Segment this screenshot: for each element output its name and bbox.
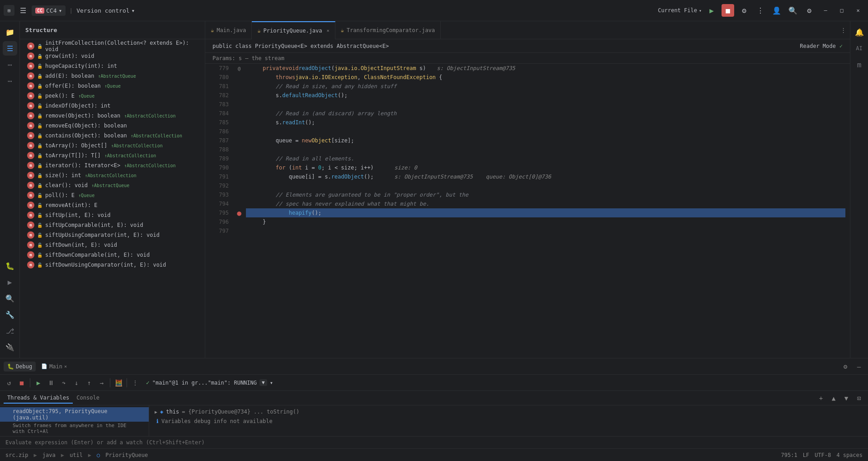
debug-panel-minimize[interactable]: — xyxy=(854,361,864,372)
structure-item[interactable]: m🔓peek(): E↑Queue xyxy=(20,91,205,101)
right-icon-ai[interactable]: AI xyxy=(852,41,867,56)
project-selector[interactable]: CC CC4 ▾ xyxy=(32,5,66,16)
status-encoding[interactable]: UTF-8 xyxy=(815,452,831,458)
debug-pause-btn[interactable]: ⏸ xyxy=(46,377,57,388)
sidebar-icon-debug[interactable]: 🐛 xyxy=(3,259,17,273)
debug-step-out-btn[interactable]: ↑ xyxy=(84,377,94,388)
structure-item[interactable]: m🔓poll(): E↑Queue xyxy=(20,190,205,200)
structure-item[interactable]: m🔓removeEq(Object): boolean xyxy=(20,121,205,131)
debug-expand-btn[interactable]: ⊡ xyxy=(854,393,864,404)
structure-item[interactable]: m🔒size(): int↑AbstractCollection xyxy=(20,170,205,180)
debug-restart-btn[interactable]: ↺ xyxy=(4,377,14,388)
editor-scrollbar[interactable] xyxy=(845,64,850,358)
debug-info-bar: ℹ Variables debug info not available xyxy=(149,416,868,426)
structure-item[interactable]: m🔓siftUpUsingComparator(int, E): void xyxy=(20,230,205,240)
debug-resume-btn[interactable]: ▶ xyxy=(33,377,44,388)
debug-scroll-up[interactable]: ▲ xyxy=(828,393,839,404)
structure-item[interactable]: m🔒toArray(T[]): T[]↑AbstractCollection xyxy=(20,151,205,160)
structure-item[interactable]: m🔒remove(Object): boolean↑AbstractCollec… xyxy=(20,111,205,121)
debug-step-over-btn[interactable]: ↷ xyxy=(58,377,69,388)
structure-item[interactable]: m🔓siftDown(int, E): void xyxy=(20,240,205,250)
structure-item-label: initFromCollection(Collection<? extends … xyxy=(45,40,201,52)
structure-item[interactable]: m🔓siftUp(int, E): void xyxy=(20,210,205,220)
debug-tab[interactable]: 🐛 Debug xyxy=(4,362,36,372)
status-src[interactable]: src.zip xyxy=(5,452,28,458)
structure-item[interactable]: m🔓siftDownComparable(int, E): void xyxy=(20,250,205,260)
threads-variables-tab[interactable]: Threads & Variables xyxy=(4,393,73,404)
var-expand-icon: ▶ xyxy=(155,409,157,414)
sidebar-icon-run[interactable]: ▶ xyxy=(3,275,17,289)
structure-item[interactable]: m🔒contains(Object): boolean↑AbstractColl… xyxy=(20,131,205,141)
stop-button[interactable]: ■ xyxy=(722,4,734,17)
debug-stop-btn[interactable]: ■ xyxy=(16,377,27,388)
structure-item[interactable]: m🔒add(E): boolean↑AbstractQueue xyxy=(20,71,205,81)
tab-java-icon: ☕ xyxy=(341,27,344,33)
code-content[interactable]: private void readObject(java.io.ObjectIn… xyxy=(246,64,845,358)
search-button[interactable]: 🔍 xyxy=(787,4,799,17)
eval-input[interactable] xyxy=(5,439,863,446)
console-tab[interactable]: Console xyxy=(73,393,103,404)
minimize-button[interactable]: — xyxy=(819,4,832,17)
hamburger-menu[interactable]: ☰ xyxy=(18,5,28,17)
sidebar-icon-plugins[interactable]: 🔌 xyxy=(3,340,17,354)
structure-item[interactable]: m🔓removeAt(int): E xyxy=(20,200,205,210)
structure-item[interactable]: m🔒offer(E): boolean↑Queue xyxy=(20,81,205,91)
gutter-item xyxy=(232,109,246,118)
structure-item-lock: 🔒 xyxy=(37,143,42,148)
debug-evaluate-btn[interactable]: 🧮 xyxy=(113,377,124,388)
profile-button[interactable]: 👤 xyxy=(770,4,783,17)
close-button[interactable]: ✕ xyxy=(852,4,864,17)
gutter-item xyxy=(232,127,246,136)
debug-main-tab[interactable]: 📄 Main ✕ xyxy=(38,362,71,372)
ide-settings-button[interactable]: ⚙ xyxy=(803,4,816,17)
structure-item[interactable]: m🔓siftDownUsingComparator(int, E): void xyxy=(20,260,205,270)
run-button[interactable]: ▶ xyxy=(705,4,718,17)
debug-panel-settings[interactable]: ⚙ xyxy=(840,361,851,372)
sidebar-icon-structure[interactable]: ☰ xyxy=(3,41,17,56)
thread-dropdown-arrow[interactable]: ▾ xyxy=(270,380,273,386)
structure-item-label: add(E): boolean xyxy=(45,73,94,79)
debug-step-into-btn[interactable]: ↓ xyxy=(71,377,82,388)
structure-item[interactable]: m🔒initFromCollection(Collection<? extend… xyxy=(20,41,205,51)
structure-item[interactable]: m🔒clear(): void↑AbstractQueue xyxy=(20,180,205,190)
code-editor[interactable]: 7797807817827837847857867877887897907917… xyxy=(205,64,850,358)
add-watch-btn[interactable]: + xyxy=(816,393,826,404)
structure-item[interactable]: m🔒grow(int): void xyxy=(20,51,205,61)
structure-item-icon: m xyxy=(27,132,34,139)
sidebar-icon-project[interactable]: 📁 xyxy=(3,25,17,39)
vcs-widget[interactable]: Version control ▾ xyxy=(76,7,135,14)
sidebar-icon-search[interactable]: 🔍 xyxy=(3,291,17,306)
code-line: // Elements are guaranteed to be in "pro… xyxy=(246,190,845,199)
sidebar-icon-notifications[interactable]: ⋯ xyxy=(3,74,17,88)
sidebar-icon-git[interactable]: ⎇ xyxy=(3,324,17,338)
debug-more-btn[interactable]: ⋮ xyxy=(130,377,141,388)
status-lf[interactable]: LF xyxy=(803,452,809,458)
status-spaces[interactable]: 4 spaces xyxy=(836,452,863,458)
structure-item[interactable]: m🔓indexOf(Object): int xyxy=(20,101,205,111)
structure-item[interactable]: m🔒toArray(): Object[]↑AbstractCollection xyxy=(20,141,205,151)
run-config-selector[interactable]: Current File ▾ xyxy=(658,7,702,14)
thread-filter-icon[interactable]: ▼ xyxy=(259,379,267,386)
maximize-button[interactable]: □ xyxy=(835,4,848,17)
sidebar-icon-bookmarks[interactable]: ⋯ xyxy=(3,57,17,72)
var-item-this[interactable]: ▶ ◈ this = {PriorityQueue@734} ... toStr… xyxy=(149,407,868,416)
tabs-more-button[interactable]: ⋮ xyxy=(837,27,850,33)
debug-run-cursor-btn[interactable]: → xyxy=(96,377,107,388)
editor-tab-PriorityQueue-java[interactable]: ☕PriorityQueue.java✕ xyxy=(252,21,335,39)
sidebar-icon-tools[interactable]: 🔧 xyxy=(3,307,17,322)
structure-item[interactable]: m🔒iterator(): Iterator<E>↑AbstractCollec… xyxy=(20,160,205,170)
debug-main-close[interactable]: ✕ xyxy=(64,364,67,369)
settings-button[interactable]: ⚙ xyxy=(738,4,750,17)
var-icon-this: ◈ xyxy=(160,409,163,415)
editor-tab-TransformingComparator-java[interactable]: ☕TransformingComparator.java xyxy=(335,21,441,39)
frame-item-active[interactable]: readObject:795, PriorityQueue (java.util… xyxy=(0,407,149,422)
debug-scroll-down[interactable]: ▼ xyxy=(841,393,852,404)
right-icon-maven[interactable]: m xyxy=(852,57,867,72)
structure-item[interactable]: m🔓siftUpComparable(int, E): void xyxy=(20,220,205,230)
right-icon-notifications[interactable]: 🔔 xyxy=(852,25,867,39)
more-button[interactable]: ⋮ xyxy=(754,4,767,17)
structure-item[interactable]: m🔓hugeCapacity(int): int xyxy=(20,61,205,71)
tab-label: PriorityQueue.java xyxy=(264,28,322,34)
editor-tab-Main-java[interactable]: ☕Main.java xyxy=(205,21,252,39)
tab-close-button[interactable]: ✕ xyxy=(327,28,330,33)
